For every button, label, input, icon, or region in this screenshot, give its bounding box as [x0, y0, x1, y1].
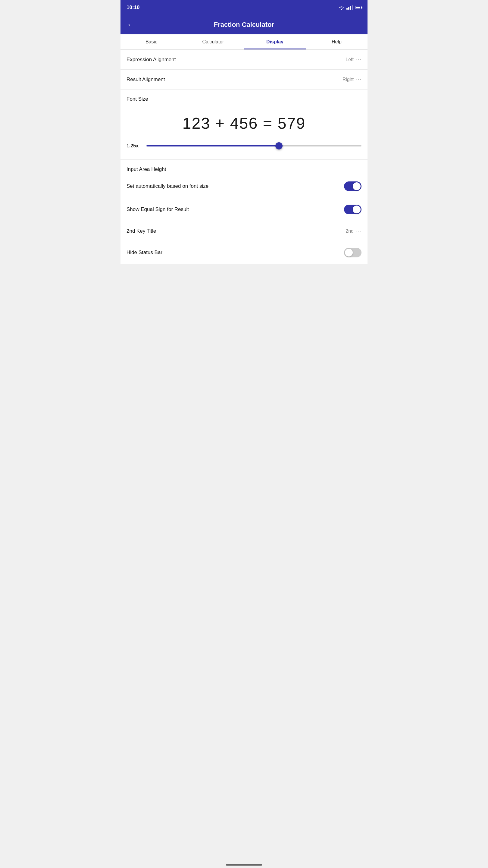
battery-icon [355, 6, 361, 9]
font-size-label: Font Size [127, 96, 361, 102]
wifi-icon [338, 5, 345, 10]
slider-value-label: 1.25x [127, 143, 141, 149]
font-size-preview: 123 + 456 = 579 [127, 108, 361, 138]
result-alignment-row[interactable]: Result Alignment Right ··· [121, 70, 367, 90]
show-equal-sign-track [344, 205, 361, 214]
auto-height-track [344, 181, 361, 191]
hide-status-bar-label: Hide Status Bar [127, 250, 162, 255]
auto-height-row[interactable]: Set automatically based on font size [121, 175, 367, 198]
show-equal-sign-thumb [353, 206, 361, 213]
second-key-title-menu[interactable]: ··· [356, 228, 361, 234]
tab-bar: Basic Calculator Display Help [121, 34, 367, 50]
tab-calculator[interactable]: Calculator [182, 34, 244, 50]
show-equal-sign-label: Show Equal Sign for Result [127, 207, 189, 213]
second-key-title-value: 2nd ··· [346, 228, 361, 234]
expression-alignment-value: Left ··· [346, 56, 361, 63]
tab-display[interactable]: Display [244, 34, 306, 50]
hide-status-bar-track [344, 248, 361, 257]
result-alignment-value: Right ··· [343, 76, 361, 83]
input-area-height-label: Input Area Height [127, 166, 166, 173]
settings-content: Expression Alignment Left ··· Result Ali… [121, 50, 367, 264]
font-size-slider-row: 1.25x [127, 141, 361, 150]
hide-status-bar-toggle[interactable] [344, 248, 361, 257]
input-area-height-row: Input Area Height [121, 160, 367, 175]
show-equal-sign-row[interactable]: Show Equal Sign for Result [121, 198, 367, 221]
hide-status-bar-row[interactable]: Hide Status Bar [121, 241, 367, 264]
status-time: 10:10 [127, 4, 139, 10]
show-equal-sign-toggle[interactable] [344, 205, 361, 214]
second-key-title-row[interactable]: 2nd Key Title 2nd ··· [121, 221, 367, 241]
home-indicator [226, 864, 262, 866]
auto-height-label: Set automatically based on font size [127, 183, 208, 189]
status-icons [338, 5, 361, 10]
hide-status-bar-thumb [345, 249, 353, 256]
font-size-slider-container[interactable] [147, 141, 361, 150]
expression-alignment-label: Expression Alignment [127, 57, 175, 63]
tab-help[interactable]: Help [306, 34, 367, 50]
app-bar: ← Fraction Calculator [121, 15, 367, 34]
app-title: Fraction Calculator [141, 21, 347, 29]
status-bar: 10:10 [121, 0, 367, 15]
auto-height-thumb [353, 182, 361, 190]
expression-alignment-menu[interactable]: ··· [356, 56, 361, 63]
font-size-section: Font Size 123 + 456 = 579 1.25x [121, 90, 367, 160]
back-button[interactable]: ← [127, 21, 135, 29]
signal-icon [347, 5, 353, 10]
tab-basic[interactable]: Basic [121, 34, 182, 50]
second-key-title-label: 2nd Key Title [127, 228, 156, 234]
result-alignment-label: Result Alignment [127, 76, 165, 83]
bottom-area [121, 264, 367, 355]
result-alignment-menu[interactable]: ··· [356, 76, 361, 83]
auto-height-toggle[interactable] [344, 181, 361, 191]
font-size-slider[interactable] [147, 145, 361, 147]
expression-alignment-row[interactable]: Expression Alignment Left ··· [121, 50, 367, 70]
